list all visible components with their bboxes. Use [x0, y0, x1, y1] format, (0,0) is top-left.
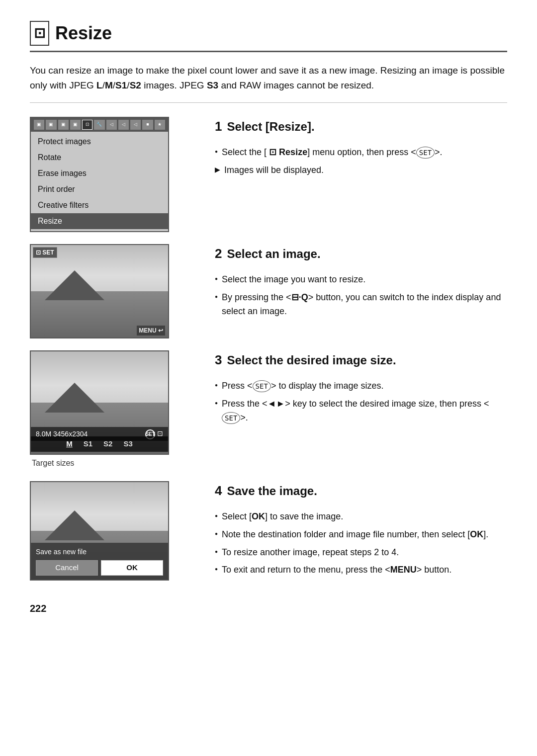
step-1-bullet-2: ▶ Images will be displayed.: [215, 164, 507, 177]
size-opt-m[interactable]: M: [63, 438, 76, 450]
menu-list: Protect images Rotate Erase images Print…: [31, 132, 168, 231]
bullet-dot-icon: ●: [215, 148, 218, 156]
set-badge-icon: ⊡ SET: [33, 247, 57, 258]
target-sizes-label: Target sizes: [32, 457, 199, 469]
step-3-bullet-2: ● Press the <◄►> key to select the desir…: [215, 397, 507, 425]
step-3-row: 8.0M 3456x2304 SET ⊡ M S1 S2 S3 Target s…: [30, 350, 507, 469]
menu-item-resize[interactable]: Resize: [31, 213, 168, 229]
size-opt-s2[interactable]: S2: [100, 438, 115, 450]
image-top-bar: ⊡ SET: [33, 247, 57, 258]
step-1-bullet-1: ● Select the [ ⊡ Resize] menu option, th…: [215, 146, 507, 160]
step-2-instructions: 2 Select an image. ● Select the image yo…: [215, 244, 507, 323]
size-screen: 8.0M 3456x2304 SET ⊡ M S1 S2 S3: [30, 350, 169, 455]
menu-icon-8: ◁: [118, 120, 129, 130]
menu-item-erase[interactable]: Erase images: [31, 166, 168, 181]
page-number: 222: [30, 601, 507, 616]
step-4-bullet-3-text: To resize another image, repeat steps 2 …: [222, 546, 399, 560]
step-4-heading: Save the image.: [227, 482, 317, 500]
step-4-row: Save as new file Cancel OK 4 Save the im…: [30, 481, 507, 582]
menu-icon-3: ▣: [58, 120, 69, 130]
step-4-bullet-3: ● To resize another image, repeat steps …: [215, 546, 507, 560]
step-3-heading: Select the desired image size.: [227, 351, 396, 369]
menu-icon-6: 🔧: [94, 120, 104, 130]
step-4-instructions: 4 Save the image. ● Select [OK] to save …: [215, 481, 507, 582]
step-4-bullet-4-text: To exit and return to the menu, press th…: [222, 563, 451, 577]
bullet-dot-icon: ●: [215, 293, 218, 301]
step-2-screenshot: ⊡ SET MENU ↩: [30, 244, 199, 338]
step-1-screenshot: ▣ ▣ ▣ ▣ ⊡ 🔧 ◁ ◁ ◁ ■ ★ Protect images Rot…: [30, 117, 199, 232]
save-dialog-label: Save as new file: [36, 547, 163, 557]
menu-icons-bar: ▣ ▣ ▣ ▣ ⊡ 🔧 ◁ ◁ ◁ ■ ★: [31, 118, 168, 132]
step-2-bullet-2-text: By pressing the <⊟·Q> button, you can sw…: [222, 291, 507, 319]
step-4-bullet-1-text: Select [OK] to save the image.: [222, 510, 343, 524]
step-4-bullet-4: ● To exit and return to the menu, press …: [215, 563, 507, 577]
intro-text: You can resize an image to make the pixe…: [30, 63, 507, 103]
step-3-bullets: ● Press <SET> to display the image sizes…: [215, 379, 507, 425]
step-4-number: 4: [215, 481, 222, 501]
step-4-bullet-1: ● Select [OK] to save the image.: [215, 510, 507, 524]
menu-icon-2: ▣: [46, 120, 56, 130]
menu-item-print[interactable]: Print order: [31, 181, 168, 197]
step-2-row: ⊡ SET MENU ↩ 2 Select an image. ● Select…: [30, 244, 507, 338]
size-selection-bar: M S1 S2 S3: [31, 436, 168, 452]
image-screen: ⊡ SET MENU ↩: [30, 244, 169, 338]
mountain2-shape: [45, 383, 104, 413]
step-1-row: ▣ ▣ ▣ ▣ ⊡ 🔧 ◁ ◁ ◁ ■ ★ Protect images Rot…: [30, 117, 507, 232]
step-4-bullet-2-text: Note the destination folder and image fi…: [222, 528, 488, 542]
save-dialog: Save as new file Cancel OK: [31, 543, 168, 580]
step-3-screenshot: 8.0M 3456x2304 SET ⊡ M S1 S2 S3 Target s…: [30, 350, 199, 469]
page-title: Resize: [55, 20, 112, 47]
menu-icon-7: ◁: [106, 120, 117, 130]
bullet-dot-icon: ●: [215, 275, 218, 283]
step-1-bullet-1-text: Select the [ ⊡ Resize] menu option, then…: [222, 146, 443, 160]
step-2-bullets: ● Select the image you want to resize. ●…: [215, 273, 507, 319]
step-1-bullet-2-text: Images will be displayed.: [224, 164, 324, 177]
step-3-bullet-2-text: Press the <◄►> key to select the desired…: [222, 397, 507, 425]
mountain-shape: [45, 270, 104, 300]
step-4-bullet-2: ● Note the destination folder and image …: [215, 528, 507, 542]
step-3-heading-row: 3 Select the desired image size.: [215, 350, 507, 374]
cancel-button[interactable]: Cancel: [36, 560, 98, 576]
save-screen: Save as new file Cancel OK: [30, 481, 169, 581]
bullet-dot-icon: ●: [215, 512, 218, 520]
menu-icon-9: ◁: [130, 120, 141, 130]
step-1-heading-row: 1 Select [Resize].: [215, 117, 507, 141]
menu-item-protect[interactable]: Protect images: [31, 134, 168, 150]
menu-screen: ▣ ▣ ▣ ▣ ⊡ 🔧 ◁ ◁ ◁ ■ ★ Protect images Rot…: [30, 117, 169, 232]
bullet-dot-icon: ●: [215, 381, 218, 389]
image-bottom-bar: MENU ↩: [137, 326, 165, 336]
menu-icon-10: ■: [142, 120, 153, 130]
step-3-bullet-1: ● Press <SET> to display the image sizes…: [215, 379, 507, 393]
step-2-heading: Select an image.: [227, 245, 320, 263]
image-placeholder: [31, 245, 168, 337]
menu-icon-5-active: ⊡: [82, 120, 92, 130]
bullet-dot-icon: ●: [215, 530, 218, 538]
bullet-dot-icon: ●: [215, 565, 218, 573]
menu-icon-1: ▣: [34, 120, 44, 130]
menu-item-rotate[interactable]: Rotate: [31, 150, 168, 166]
bullet-dot-icon: ●: [215, 399, 218, 407]
size-opt-s1[interactable]: S1: [81, 438, 95, 450]
step-4-screenshot: Save as new file Cancel OK: [30, 481, 199, 581]
page-title-bar: ⊡ Resize: [30, 20, 507, 52]
step-4-heading-row: 4 Save the image.: [215, 481, 507, 505]
step-2-number: 2: [215, 244, 222, 263]
step-3-number: 3: [215, 350, 222, 370]
step-2-bullet-2: ● By pressing the <⊟·Q> button, you can …: [215, 291, 507, 319]
ok-button[interactable]: OK: [101, 560, 163, 576]
step-1-number: 1: [215, 117, 222, 136]
bullet-dot-icon: ●: [215, 548, 218, 556]
steps-container: ▣ ▣ ▣ ▣ ⊡ 🔧 ◁ ◁ ◁ ■ ★ Protect images Rot…: [30, 117, 507, 582]
step-1-heading: Select [Resize].: [227, 118, 314, 136]
step-4-bullets: ● Select [OK] to save the image. ● Note …: [215, 510, 507, 578]
step-2-heading-row: 2 Select an image.: [215, 244, 507, 268]
mountain3-shape: [45, 510, 104, 540]
step-3-bullet-1-text: Press <SET> to display the image sizes.: [222, 379, 383, 393]
arrow-icon: ▶: [215, 165, 220, 175]
menu-icon-4: ▣: [70, 120, 81, 130]
menu-icon-11: ★: [155, 120, 165, 130]
menu-item-creative[interactable]: Creative filters: [31, 197, 168, 213]
step-1-instructions: 1 Select [Resize]. ● Select the [ ⊡ Resi…: [215, 117, 507, 181]
save-dialog-buttons: Cancel OK: [36, 560, 163, 576]
size-opt-s3[interactable]: S3: [120, 438, 135, 450]
